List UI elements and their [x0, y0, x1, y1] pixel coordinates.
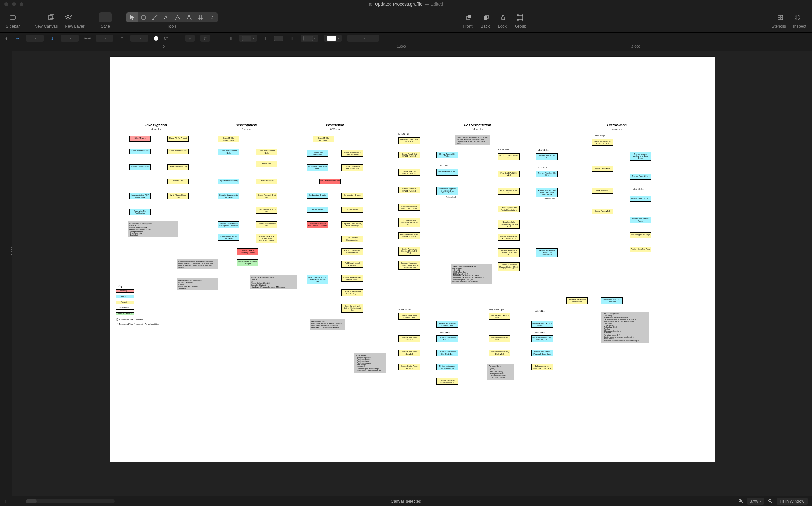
- post-a9[interactable]: Complete Color Correction EP101 Full V4.…: [398, 218, 420, 227]
- canvas-viewport[interactable]: Investigation 4 weeks Development 6 week…: [12, 51, 812, 496]
- stroke-style-select[interactable]: [239, 35, 257, 42]
- soc-s9[interactable]: Delfinal Approved Social Asset Set: [436, 378, 458, 385]
- vspacing-field[interactable]: [131, 35, 148, 42]
- inv-b6[interactable]: Create Overview Doc: [167, 164, 189, 170]
- d0[interactable]: Deliver on Sharepoint and Hardrive: [566, 297, 588, 304]
- pen-tool[interactable]: [172, 12, 183, 22]
- prod-b4[interactable]: Review Pre-Production Plan: [307, 164, 328, 171]
- soc-s4[interactable]: Review Social Asset Set 1.0…: [436, 335, 458, 342]
- prod-b17[interactable]: Create Review Asset Set for Review: [341, 275, 363, 282]
- pages-icon[interactable]: ⫴: [4, 499, 6, 504]
- minimize-window-icon[interactable]: [12, 2, 16, 6]
- soc-s8[interactable]: Review and Accept Social Asset Set: [436, 364, 458, 370]
- mix-m2[interactable]: Review Rough Cut 1.0…: [536, 153, 558, 160]
- dev-b9[interactable]: Compile Master Shot List: [256, 207, 277, 214]
- d2[interactable]: Review Layout Mockup and Copy Deck: [630, 152, 651, 161]
- width-field[interactable]: [26, 35, 44, 42]
- new-layer-button[interactable]: [62, 12, 74, 22]
- prod-b9[interactable]: Studio Shoots: [307, 207, 328, 213]
- hspacing-icon[interactable]: ⇤⇥: [84, 36, 90, 40]
- dev-b1[interactable]: Extend PO for Development: [218, 136, 239, 143]
- post-note[interactable]: Note: This process should be duplicated …: [456, 135, 490, 145]
- inv-b3[interactable]: Conduct Initial Calls: [129, 149, 151, 154]
- post-a10[interactable]: Mix and Master Audio EP101 Full V5.0: [398, 232, 420, 239]
- line-style-select[interactable]: [347, 35, 379, 42]
- prod-b15[interactable]: Pull Departmental Requests: [341, 261, 363, 268]
- prod-b5[interactable]: Create Production Plan for Review: [341, 164, 363, 171]
- dev-b6[interactable]: Create Shot List: [256, 179, 277, 184]
- mix-note-specs[interactable]: Specs for Final Deliverable Set: - 4K Pr…: [451, 264, 492, 284]
- group-button[interactable]: [514, 12, 526, 22]
- horizontal-ruler[interactable]: 0 1,000 2,000: [12, 44, 812, 51]
- soc-s7[interactable]: Create Social Asset Set V3.0: [398, 364, 420, 370]
- post-a6[interactable]: Review and Approve Final Cut 3.0 for Pic…: [436, 186, 458, 195]
- dev-note-side[interactable]: Community managers working with business…: [177, 259, 218, 269]
- flip-v-button[interactable]: ⇵: [200, 35, 210, 42]
- pb-p1[interactable]: Create Playbook Copy Deck V1.0: [489, 313, 510, 320]
- vertical-ruler[interactable]: 1,000: [0, 44, 12, 496]
- pb-p5[interactable]: Create Playbook Copy Deck v3.0: [489, 350, 510, 356]
- document-title[interactable]: ▧ Updated Process.graffle — Edited: [369, 2, 443, 7]
- pb-p3[interactable]: Create Playbook Copy Deck V2.0: [489, 335, 510, 342]
- dev-b11[interactable]: Compile Deliverables List: [256, 221, 277, 228]
- align-left-icon[interactable]: ⫞: [3, 36, 9, 40]
- font-field[interactable]: [61, 35, 79, 42]
- fill-color[interactable]: [324, 35, 342, 42]
- pb-p7[interactable]: Deliver Approved Playbook Copy Deck: [532, 364, 553, 370]
- playbook-note[interactable]: Playbook Copy: - Name - Strapline - Intr…: [487, 364, 514, 380]
- prod-b11[interactable]: Review RAW Assets and Provide Guidance: [307, 221, 328, 228]
- d0b[interactable]: Incorporate into POA Playbook: [601, 297, 623, 304]
- mix-m10[interactable]: Quality Assurance Checks EP101 Mix V5.0: [498, 248, 520, 257]
- dev-b7[interactable]: Compile Departmental Requests: [218, 193, 239, 199]
- inv-b7[interactable]: Create Edit: [167, 179, 189, 184]
- d1[interactable]: Create Layout Mockup and Copy Deck: [591, 139, 613, 146]
- post-a12[interactable]: Encode, Compress, Upload, Deliver EP101 …: [398, 261, 420, 270]
- inv-b1[interactable]: Kickoff Project: [129, 136, 151, 142]
- dev-b15[interactable]: Adjust Scope or Adjust Budget: [237, 259, 258, 266]
- social-note[interactable]: Social Assets: - Instagram Stories - Fac…: [354, 353, 386, 373]
- distro-note[interactable]: Final POA Playbook: - Core Story - Highe…: [601, 312, 649, 343]
- prod-b13[interactable]: Pull Clips for Consideration: [341, 236, 363, 242]
- mix-m5[interactable]: Final Cut EP101 Mix V3.0: [498, 188, 520, 195]
- new-canvas-button[interactable]: [45, 12, 57, 22]
- inv-b2[interactable]: Raise PO for Project: [167, 136, 189, 142]
- text-tool[interactable]: A: [161, 12, 172, 22]
- dev-b2[interactable]: Conduct Follow Up Calls: [218, 149, 239, 155]
- prod-b16[interactable]: Select 30 Clips and 50 Photos from Revie…: [307, 275, 328, 284]
- d3[interactable]: Create Page V1.0: [591, 166, 613, 172]
- vspacing-icon[interactable]: ⤒: [119, 36, 125, 40]
- mix-m3[interactable]: Fine Cut EP101 Mix V2.0: [498, 171, 520, 177]
- prod-b7[interactable]: On-Location Shoots: [307, 193, 328, 198]
- d4[interactable]: Review Page 1.0…: [630, 174, 651, 179]
- post-a1[interactable]: Director's Cut EP101 Full V0.9: [398, 138, 420, 144]
- mix-m4[interactable]: Review Fine Cut 2.0, 2.1…: [536, 171, 558, 177]
- soc-s6[interactable]: Review Social Asset Set 2.0, 2.1…: [436, 350, 458, 356]
- sidebar-toggle-button[interactable]: [6, 12, 19, 22]
- point-edit-tool[interactable]: [183, 12, 195, 22]
- mix-m11[interactable]: Review and Accept Final Cut for Distribu…: [536, 248, 558, 257]
- soc-s2[interactable]: Review Social Asset Concept Deck: [436, 321, 458, 328]
- mix-m9[interactable]: Mix and Master Audio EP101 Mix V5.0: [498, 234, 520, 241]
- inv-b10[interactable]: Review for Tier Amplification: [129, 209, 151, 215]
- soc-s1[interactable]: Create Social Asset Concept Deck: [398, 313, 420, 320]
- dev-b12[interactable]: Confirm Budgets for Requests: [218, 234, 239, 241]
- prod-b2[interactable]: Logistics and Scheduling: [307, 150, 328, 157]
- zoom-level-select[interactable]: 37%: [747, 498, 764, 505]
- d6[interactable]: Review Page 2.1,2.2…: [630, 196, 651, 202]
- zoom-in-icon[interactable]: 🔍︎: [768, 498, 773, 504]
- distribute-h-icon[interactable]: ⥊: [15, 36, 20, 40]
- soc-s5[interactable]: Create Social Asset Set V2.0: [398, 350, 420, 356]
- dev-b8[interactable]: Create Request Shot List: [256, 193, 277, 199]
- post-a11[interactable]: Quality Assurance Checks EP101 Full V5.0: [398, 247, 420, 256]
- prod-b19[interactable]: Color Correct and Deliver Master Asset S…: [341, 304, 363, 313]
- zoom-out-icon[interactable]: 🔍︎: [738, 498, 743, 504]
- d9[interactable]: Deliver Approved Page: [630, 232, 651, 238]
- fill-select[interactable]: [301, 35, 318, 42]
- prod-b18[interactable]: Create Master Asset Set Catalogue: [341, 289, 363, 296]
- canvas-page[interactable]: Investigation 4 weeks Development 6 week…: [110, 57, 715, 462]
- pointer-tool[interactable]: [127, 12, 138, 22]
- post-a8[interactable]: Order Captions and Audio Descriptions: [398, 204, 420, 210]
- post-a5[interactable]: Review Fine Cut 2.0, 2.1…: [436, 169, 458, 176]
- inv-b5[interactable]: Create Master Deck: [129, 164, 151, 170]
- shape-tool[interactable]: [138, 12, 149, 22]
